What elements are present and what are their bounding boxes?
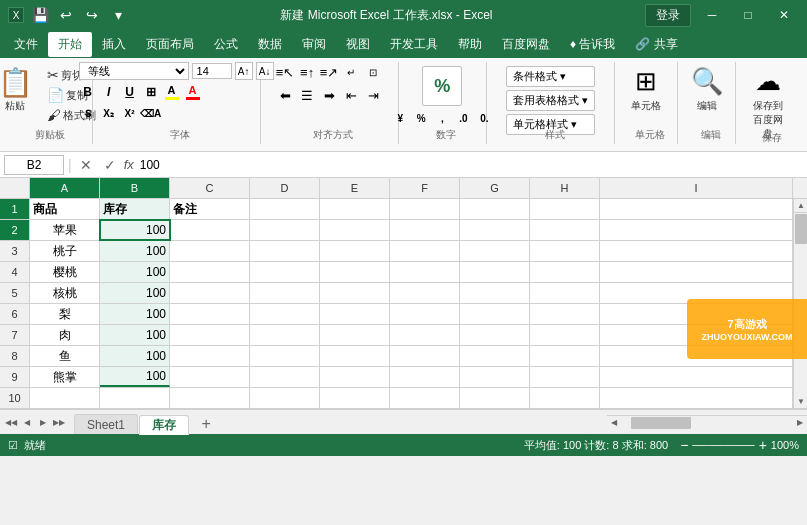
italic-button[interactable]: I [100,83,118,101]
indent-increase[interactable]: ⇥ [363,85,383,105]
cell-A7[interactable]: 肉 [30,325,100,345]
cell-B1[interactable]: 库存 [100,199,170,219]
cell-D6[interactable] [250,304,320,324]
tab-first-btn[interactable]: ◀◀ [4,415,18,429]
scroll-up-arrow[interactable]: ▲ [794,199,807,213]
cell-D1[interactable] [250,199,320,219]
cell-F8[interactable] [390,346,460,366]
cell-I1[interactable] [600,199,793,219]
row-num-4[interactable]: 4 [0,262,30,282]
align-top-center[interactable]: ≡↑ [297,62,317,82]
hscroll-track[interactable] [621,416,793,430]
cell-C2[interactable] [170,220,250,240]
col-header-E[interactable]: E [320,178,390,198]
cell-C10[interactable] [170,388,250,408]
indent-decrease[interactable]: ⇤ [341,85,361,105]
sheet-tab-sheet1[interactable]: Sheet1 [74,414,138,434]
cell-B6[interactable]: 100 [100,304,170,324]
minimize-button[interactable]: ─ [697,0,727,30]
table-format-button[interactable]: 套用表格格式 ▾ [506,90,595,111]
cell-H7[interactable] [530,325,600,345]
cell-G5[interactable] [460,283,530,303]
cell-A4[interactable]: 樱桃 [30,262,100,282]
maximize-button[interactable]: □ [733,0,763,30]
underline-button[interactable]: U [121,83,139,101]
tab-next-btn[interactable]: ▶ [36,415,50,429]
cell-H10[interactable] [530,388,600,408]
font-size-input[interactable] [192,63,232,79]
formula-input[interactable] [138,156,803,174]
row-num-3[interactable]: 3 [0,241,30,261]
zoom-out-btn[interactable]: − [680,437,688,453]
hscroll-left-btn[interactable]: ◀ [607,416,621,430]
cell-C5[interactable] [170,283,250,303]
cell-H9[interactable] [530,367,600,387]
cell-button[interactable]: ⊞ 单元格 [621,62,671,117]
cell-D4[interactable] [250,262,320,282]
cell-D10[interactable] [250,388,320,408]
decimal-inc-btn[interactable]: .0 [454,109,472,127]
cell-H3[interactable] [530,241,600,261]
menu-search[interactable]: ♦ 告诉我 [560,32,625,57]
cell-F3[interactable] [390,241,460,261]
subscript-button[interactable]: X₂ [100,104,118,122]
cell-F9[interactable] [390,367,460,387]
cell-B9[interactable]: 100 [100,367,170,387]
cell-F6[interactable] [390,304,460,324]
border-button[interactable]: ⊞ [142,83,160,101]
cell-I9[interactable] [600,367,793,387]
row-num-7[interactable]: 7 [0,325,30,345]
sheet-tab-inventory[interactable]: 库存 [139,415,189,435]
cell-F2[interactable] [390,220,460,240]
cell-C3[interactable] [170,241,250,261]
menu-dev[interactable]: 开发工具 [380,32,448,57]
cell-E3[interactable] [320,241,390,261]
cell-I3[interactable] [600,241,793,261]
cell-D7[interactable] [250,325,320,345]
number-format-button[interactable]: % [422,66,462,106]
hscroll-thumb[interactable] [631,417,691,429]
cell-E1[interactable] [320,199,390,219]
col-header-G[interactable]: G [460,178,530,198]
cell-E4[interactable] [320,262,390,282]
decimal-dec-btn[interactable]: 0. [475,109,493,127]
close-button[interactable]: ✕ [769,0,799,30]
align-left[interactable]: ⬅ [275,85,295,105]
formula-confirm-btn[interactable]: ✓ [100,155,120,175]
cell-G6[interactable] [460,304,530,324]
login-button[interactable]: 登录 [645,4,691,27]
conditional-format-button[interactable]: 条件格式 ▾ [506,66,595,87]
wrap-text-button[interactable]: ↵ [341,62,361,82]
cell-B5[interactable]: 100 [100,283,170,303]
cell-H5[interactable] [530,283,600,303]
col-header-I[interactable]: I [600,178,793,198]
cell-C8[interactable] [170,346,250,366]
font-name-select[interactable]: 等线 [79,62,189,80]
col-header-H[interactable]: H [530,178,600,198]
cell-G4[interactable] [460,262,530,282]
bold-button[interactable]: B [79,83,97,101]
row-num-9[interactable]: 9 [0,367,30,387]
col-header-D[interactable]: D [250,178,320,198]
cell-G9[interactable] [460,367,530,387]
fill-color-button[interactable]: A [163,83,181,101]
cell-C7[interactable] [170,325,250,345]
hscroll-right-btn[interactable]: ▶ [793,416,807,430]
cell-F1[interactable] [390,199,460,219]
menu-share[interactable]: 🔗 共享 [625,32,687,57]
col-header-A[interactable]: A [30,178,100,198]
cell-B7[interactable]: 100 [100,325,170,345]
cell-A10[interactable] [30,388,100,408]
cell-H2[interactable] [530,220,600,240]
cell-D5[interactable] [250,283,320,303]
align-top-right[interactable]: ≡↗ [319,62,339,82]
tab-last-btn[interactable]: ▶▶ [52,415,66,429]
undo-btn[interactable]: ↩ [56,5,76,25]
cell-E8[interactable] [320,346,390,366]
save-quick-btn[interactable]: 💾 [30,5,50,25]
cell-D9[interactable] [250,367,320,387]
zoom-in-btn[interactable]: + [759,437,767,453]
font-color-button[interactable]: A [184,83,202,101]
align-right[interactable]: ➡ [319,85,339,105]
cell-G1[interactable] [460,199,530,219]
